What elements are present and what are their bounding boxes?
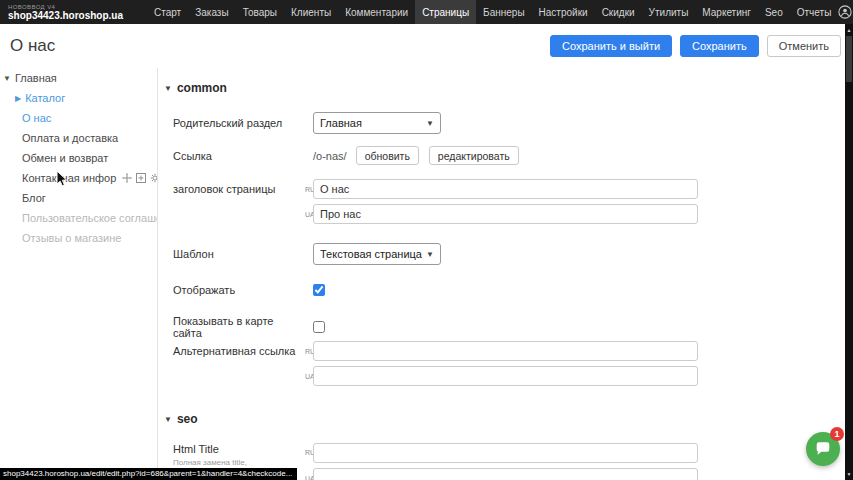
menu-item-comments[interactable]: Комментарии	[338, 0, 415, 24]
save-button[interactable]: Сохранить	[680, 35, 759, 57]
link-value: /o-nas/	[313, 150, 347, 162]
topbar-icons	[838, 5, 853, 19]
tree-item-home[interactable]: ▼ Главная	[0, 68, 157, 88]
tree-item-exchange-return[interactable]: Обмен и возврат	[0, 148, 157, 168]
brand-domain: shop34423.horoshop.ua	[8, 11, 123, 21]
lang-label-ru: RU	[305, 348, 313, 355]
chat-unread-badge: 1	[830, 427, 844, 441]
tree-item-user-agreement[interactable]: Пользовательское соглашение	[0, 208, 157, 228]
chevron-down-icon: ▼	[164, 415, 172, 424]
template-select[interactable]: Текстовая страница ▼	[313, 243, 441, 265]
chat-bubble-icon	[814, 440, 832, 458]
lang-label-ru: RU	[305, 449, 313, 456]
menu-item-marketing[interactable]: Маркетинг	[695, 0, 758, 24]
row-parent-section: Родительский раздел Главная ▼	[173, 112, 441, 134]
tree-item-contact-info[interactable]: Контактная инфор	[0, 168, 157, 188]
page-edit-form: ▼ common Родительский раздел Главная ▼ С…	[158, 68, 845, 480]
row-display: Отображать	[173, 284, 325, 296]
sitemap-checkbox[interactable]	[313, 321, 325, 333]
drag-move-icon[interactable]	[122, 173, 132, 183]
user-account-icon[interactable]	[838, 5, 852, 19]
html-title-ru-input[interactable]	[313, 443, 698, 463]
chevron-down-icon: ▼	[164, 84, 172, 93]
menu-item-products[interactable]: Товары	[236, 0, 284, 24]
chevron-right-icon[interactable]: ▶	[15, 94, 21, 103]
page-title: О нас	[10, 36, 55, 56]
row-alt-link-ru: Альтернативная ссылка RU	[173, 341, 698, 361]
row-link: Ссылка /o-nas/ обновить редактировать	[173, 146, 529, 165]
html-title-ua-input[interactable]	[313, 468, 698, 480]
vertical-scrollbar[interactable]: ▲ ▼	[845, 24, 853, 480]
pages-tree-sidebar: ▼ Главная ▶ Каталог О нас Оплата и доста…	[0, 68, 157, 468]
link-edit-button[interactable]: редактировать	[429, 146, 519, 165]
add-subpage-icon[interactable]	[136, 173, 146, 183]
row-page-title-ua: UA	[173, 204, 698, 224]
row-sitemap: Показывать в карте сайта	[173, 315, 325, 339]
scrollbar-thumb[interactable]	[846, 36, 852, 82]
tree-item-catalog[interactable]: ▶ Каталог	[0, 88, 157, 108]
main-menu: Старт Заказы Товары Клиенты Комментарии …	[147, 0, 838, 24]
link-update-button[interactable]: обновить	[356, 146, 419, 165]
tree-item-about-selected[interactable]: О нас	[0, 108, 157, 128]
chevron-down-icon[interactable]: ▼	[3, 74, 11, 83]
menu-item-clients[interactable]: Клиенты	[284, 0, 338, 24]
topbar: НОВОВВОД V4 shop34423.horoshop.ua Старт …	[0, 0, 853, 24]
parent-section-select[interactable]: Главная ▼	[313, 112, 441, 134]
row-page-title-ru: заголовок страницы RU	[173, 179, 698, 199]
save-and-exit-button[interactable]: Сохранить и выйти	[550, 35, 672, 57]
tree-item-blog[interactable]: Блог	[0, 188, 157, 208]
page-title-ru-input[interactable]	[313, 179, 698, 199]
menu-item-pages[interactable]: Страницы	[415, 0, 476, 24]
display-checkbox[interactable]	[313, 284, 325, 296]
lang-label-ru: RU	[305, 186, 313, 193]
menu-item-banners[interactable]: Баннеры	[476, 0, 531, 24]
chevron-down-icon: ▼	[426, 119, 434, 128]
menu-item-settings[interactable]: Настройки	[532, 0, 595, 24]
row-template: Шаблон Текстовая страница ▼	[173, 243, 441, 265]
chat-widget-button[interactable]: 1	[806, 432, 840, 466]
menu-item-discounts[interactable]: Скидки	[595, 0, 642, 24]
tree-item-payment-delivery[interactable]: Оплата и доставка	[0, 128, 157, 148]
tree-item-store-reviews[interactable]: Отзывы о магазине	[0, 228, 157, 248]
alt-link-ru-input[interactable]	[313, 341, 698, 361]
menu-item-start[interactable]: Старт	[147, 0, 188, 24]
cancel-button[interactable]: Отменить	[767, 35, 841, 57]
header-buttons: Сохранить и выйти Сохранить Отменить	[550, 35, 841, 57]
chevron-down-icon: ▼	[426, 250, 434, 259]
lang-label-ua: UA	[305, 373, 313, 380]
page-title-ua-input[interactable]	[313, 204, 698, 224]
row-alt-link-ua: UA	[173, 366, 698, 386]
menu-item-utilities[interactable]: Утилиты	[642, 0, 696, 24]
lang-label-ua: UA	[305, 211, 313, 218]
section-seo[interactable]: ▼ seo	[164, 412, 198, 426]
section-common[interactable]: ▼ common	[164, 81, 227, 95]
brand-logo[interactable]: НОВОВВОД V4 shop34423.horoshop.ua	[8, 4, 123, 21]
lang-label-ua: UA	[305, 475, 313, 480]
scroll-down-arrow[interactable]: ▼	[845, 471, 853, 477]
alt-link-ua-input[interactable]	[313, 366, 698, 386]
brand-version: НОВОВВОД V4	[8, 4, 123, 10]
browser-status-url: shop34423.horoshop.ua/edit/edit.php?id=6…	[0, 468, 297, 480]
menu-item-orders[interactable]: Заказы	[188, 0, 235, 24]
page-header: О нас Сохранить и выйти Сохранить Отмени…	[0, 24, 845, 68]
menu-item-seo[interactable]: Seo	[758, 0, 790, 24]
scroll-up-arrow[interactable]: ▲	[845, 27, 853, 33]
menu-item-reports[interactable]: Отчеты	[790, 0, 839, 24]
